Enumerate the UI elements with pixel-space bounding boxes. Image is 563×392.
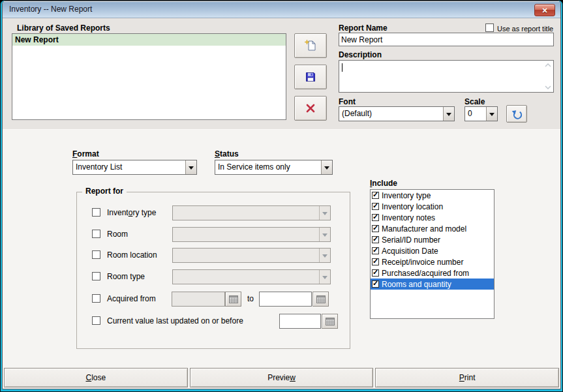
report-name-label: Report Name	[339, 23, 388, 33]
font-select[interactable]: (Default)	[339, 106, 455, 121]
status-dropdown-button[interactable]	[321, 160, 332, 174]
chevron-down-icon	[322, 212, 327, 218]
room-location-checkbox[interactable]	[92, 250, 100, 259]
print-button[interactable]: Print	[375, 368, 559, 387]
include-item-label: Inventory type	[382, 191, 431, 200]
room-type-label: Room type	[107, 272, 145, 281]
title-bar[interactable]: Inventory -- New Report ✕	[3, 1, 560, 18]
include-item-checkbox[interactable]	[372, 280, 379, 288]
chevron-down-icon	[189, 166, 194, 172]
chevron-down-icon	[324, 166, 329, 172]
calendar-icon	[326, 318, 335, 325]
room-location-label: Room location	[107, 250, 157, 260]
description-textarea[interactable]	[339, 60, 554, 93]
include-list-item[interactable]: Inventory location	[371, 201, 494, 212]
chevron-down-icon	[489, 113, 495, 119]
include-item-label: Manufacturer and model	[382, 224, 466, 234]
status-select[interactable]: In Service items only	[215, 160, 333, 175]
include-list-item[interactable]: Acquisition Date	[371, 245, 494, 256]
chevron-down-icon	[446, 113, 451, 119]
scroll-up-icon[interactable]	[545, 63, 551, 67]
inventory-type-label: Inventory type	[107, 208, 156, 217]
include-list-item[interactable]: Inventory notes	[371, 212, 494, 223]
report-header-panel: Library of Saved Reports New Report	[3, 18, 560, 130]
include-item-checkbox[interactable]	[372, 258, 379, 265]
calendar-icon	[316, 295, 326, 303]
acquired-from-checkbox[interactable]	[92, 294, 100, 303]
room-type-checkbox[interactable]	[92, 272, 100, 280]
preview-button[interactable]: Preview	[190, 368, 374, 387]
save-report-button[interactable]	[294, 65, 327, 89]
status-value: In Service items only	[218, 160, 290, 174]
filter-row-acquired-from: Acquired from to	[77, 292, 350, 307]
include-item-label: Inventory notes	[382, 213, 435, 222]
include-list-item[interactable]: Rooms and quantity	[371, 279, 494, 290]
chevron-down-icon	[322, 276, 327, 282]
window-frame: Inventory -- New Report ✕ Library of Sav…	[0, 0, 563, 392]
calendar-icon	[229, 295, 238, 303]
save-floppy-icon	[305, 71, 316, 83]
report-name-input[interactable]	[339, 33, 554, 46]
library-list-item[interactable]: New Report	[12, 34, 286, 46]
filter-row-room-type: Room type	[77, 269, 350, 285]
room-type-select	[172, 269, 331, 284]
include-list-item[interactable]: Manufacturer and model	[371, 223, 494, 234]
include-item-checkbox[interactable]	[372, 192, 379, 199]
current-value-date-input[interactable]	[279, 314, 321, 329]
include-list-item[interactable]: Serial/ID number	[371, 234, 494, 245]
room-dropdown-button	[319, 228, 330, 241]
report-for-title: Report for	[82, 187, 127, 196]
room-location-dropdown-button	[319, 249, 330, 262]
acquired-to-date-input[interactable]	[259, 292, 312, 307]
include-item-checkbox[interactable]	[372, 225, 379, 232]
room-checkbox[interactable]	[92, 230, 100, 238]
include-item-checkbox[interactable]	[372, 236, 379, 243]
format-select[interactable]: Inventory List	[72, 160, 197, 175]
room-label: Room	[107, 230, 128, 239]
include-item-label: Serial/ID number	[382, 235, 440, 245]
include-item-checkbox[interactable]	[372, 214, 379, 221]
include-item-label: Receipt/invoice number	[382, 258, 463, 267]
include-item-label: Acquisition Date	[382, 247, 438, 256]
dialog-inventory-new-report: Inventory -- New Report ✕ Library of Sav…	[2, 1, 561, 389]
inventory-type-checkbox[interactable]	[92, 208, 100, 217]
room-type-dropdown-button	[319, 270, 330, 284]
include-item-label: Purchased/acquired from	[382, 269, 469, 278]
current-value-calendar-button[interactable]	[322, 314, 338, 329]
format-label: Format	[72, 149, 99, 158]
scale-value: 0	[468, 107, 472, 121]
scale-dropdown-button[interactable]	[486, 107, 497, 121]
close-dialog-button[interactable]: Close	[4, 368, 188, 387]
acquired-from-date-input[interactable]	[172, 292, 225, 307]
include-list-item[interactable]: Inventory type	[371, 190, 494, 201]
include-list-item[interactable]: Purchased/acquired from	[371, 267, 494, 279]
include-item-checkbox[interactable]	[372, 247, 379, 254]
scale-select[interactable]: 0	[464, 106, 498, 121]
include-item-checkbox[interactable]	[372, 269, 379, 277]
use-as-report-title-checkbox[interactable]	[485, 23, 494, 32]
delete-report-button[interactable]	[294, 96, 327, 121]
format-dropdown-button[interactable]	[185, 160, 196, 174]
font-value: (Default)	[342, 107, 372, 121]
include-list-item[interactable]: Receipt/invoice number	[371, 256, 494, 267]
format-value: Inventory List	[76, 160, 122, 174]
new-report-button[interactable]	[294, 33, 327, 58]
delete-x-icon	[305, 102, 316, 114]
scroll-down-icon[interactable]	[545, 85, 551, 89]
acquired-to-calendar-button[interactable]	[312, 292, 329, 307]
reset-font-button[interactable]	[506, 105, 527, 123]
report-options-panel: Format Inventory List Status In Service …	[3, 130, 560, 389]
library-list[interactable]: New Report	[12, 33, 286, 120]
status-label: Status	[215, 149, 239, 158]
include-list[interactable]: Inventory type Inventory location Invent…	[370, 189, 495, 319]
chevron-down-icon	[322, 234, 327, 239]
include-item-checkbox[interactable]	[372, 203, 379, 210]
font-dropdown-button[interactable]	[443, 107, 454, 121]
new-document-icon	[304, 39, 317, 52]
current-value-checkbox[interactable]	[92, 316, 100, 325]
to-label: to	[247, 294, 254, 303]
close-button[interactable]: ✕	[534, 4, 555, 16]
acquired-from-calendar-button[interactable]	[225, 292, 241, 307]
window-title: Inventory -- New Report	[9, 1, 92, 18]
inventory-type-dropdown-button	[319, 206, 330, 220]
